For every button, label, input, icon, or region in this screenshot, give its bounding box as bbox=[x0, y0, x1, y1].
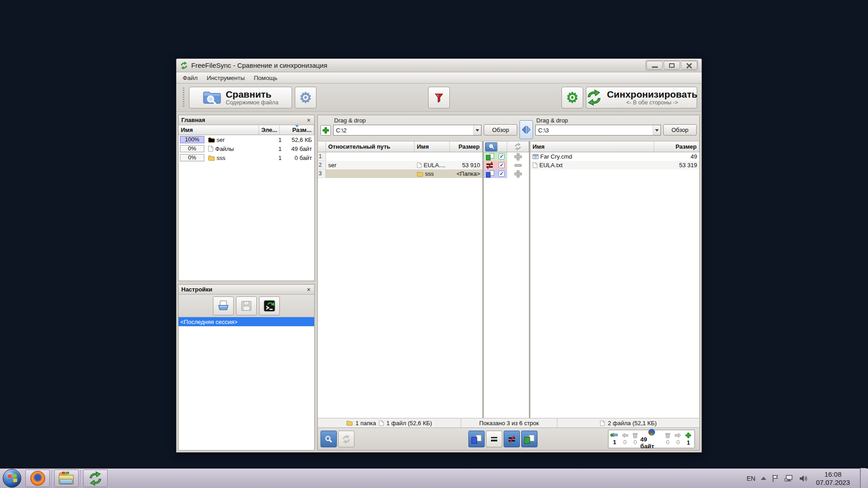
filter-button[interactable] bbox=[428, 87, 450, 108]
menu-help[interactable]: Помощь bbox=[250, 73, 281, 83]
toolbar-gripper[interactable] bbox=[183, 88, 184, 108]
overview-col-items[interactable]: Эле... bbox=[259, 125, 280, 135]
overview-size: 49 байт bbox=[282, 145, 314, 152]
taskbar-freefilesync-button[interactable] bbox=[83, 469, 108, 487]
open-config-button[interactable] bbox=[213, 296, 234, 315]
freefilesync-window: FreeFileSync - Сравнение и синхронизация… bbox=[176, 58, 702, 453]
include-checkbox[interactable]: ✓ bbox=[499, 171, 505, 177]
minimize-button[interactable] bbox=[646, 61, 663, 70]
left-folder-combobox[interactable]: C:\2 bbox=[333, 125, 481, 136]
file-icon bbox=[379, 420, 384, 426]
add-folder-pair-button[interactable] bbox=[321, 125, 331, 136]
action-plus-icon bbox=[515, 171, 521, 177]
language-indicator[interactable]: EN bbox=[746, 475, 755, 482]
left-browse-button[interactable]: Обзор bbox=[484, 124, 517, 136]
overview-row-ser[interactable]: 100% ser 1 52,6 КБ bbox=[179, 135, 314, 144]
overview-size: 0 байт bbox=[282, 155, 314, 161]
show-right-only-toggle[interactable] bbox=[521, 431, 538, 447]
right-combo-dropdown[interactable] bbox=[653, 125, 660, 135]
config-panel-header: Настройки × bbox=[179, 285, 314, 295]
middle-view-settings-button[interactable] bbox=[485, 142, 498, 151]
include-checkbox[interactable]: ✓ bbox=[499, 154, 505, 160]
right-only-icon bbox=[524, 435, 535, 444]
taskbar-firefox-button[interactable] bbox=[25, 469, 50, 487]
col-name[interactable]: Имя bbox=[530, 141, 654, 152]
right-folder-combobox[interactable]: C:\3 bbox=[535, 125, 661, 136]
stat-create-right: 1 bbox=[687, 439, 690, 446]
overview-row-sss[interactable]: 0% sss 1 0 байт bbox=[179, 153, 314, 162]
col-size[interactable]: Размер bbox=[450, 141, 482, 152]
col-name[interactable]: Имя bbox=[415, 141, 450, 152]
main-toolbar: Сравнить Содержимое файла ⚙ ⚙ bbox=[176, 84, 702, 112]
overview-panel: Главная × Имя Эле... Разм... 100% ser 1 … bbox=[178, 115, 315, 281]
save-batch-job-button[interactable] bbox=[259, 296, 280, 315]
swap-sides-button[interactable] bbox=[519, 120, 533, 139]
compare-folder-search-icon bbox=[203, 89, 222, 106]
show-left-only-toggle[interactable] bbox=[468, 431, 485, 447]
synchronize-button[interactable]: Синхронизировать <- В обе стороны -> bbox=[586, 87, 697, 108]
right-file-row-1[interactable]: Far Cry.cmd 49 bbox=[530, 152, 699, 161]
close-button[interactable] bbox=[681, 61, 697, 70]
compare-settings-button[interactable]: ⚙ bbox=[295, 87, 316, 108]
col-relative-path[interactable]: Относительный путь bbox=[326, 141, 415, 152]
file-row-3[interactable]: 3 sss <Папка> bbox=[318, 169, 482, 178]
taskbar-clock[interactable]: 16:08 07.07.2023 bbox=[813, 470, 853, 487]
right-file-row-2[interactable]: EULA.txt 53 319 bbox=[530, 161, 699, 169]
right-dragdrop-hint: Drag & drop bbox=[535, 117, 661, 124]
file-row-2[interactable]: 2 ser EULA.... 53 910 bbox=[318, 161, 482, 169]
compare-preview-toggle[interactable] bbox=[321, 431, 337, 447]
overview-grid-header: Имя Эле... Разм... bbox=[179, 125, 314, 135]
taskbar-explorer-button[interactable] bbox=[54, 469, 79, 487]
file-row-1[interactable]: 1 bbox=[318, 152, 482, 161]
col-size[interactable]: Размер bbox=[654, 141, 699, 152]
firefox-icon bbox=[30, 471, 45, 486]
overview-row-files[interactable]: 0% Файлы 1 49 байт bbox=[179, 144, 314, 153]
status-files-left: 1 файл (52,6 КБ) bbox=[387, 420, 432, 427]
show-equal-toggle[interactable] bbox=[486, 431, 502, 447]
open-icon bbox=[217, 300, 230, 312]
last-session-item[interactable]: <Последняя сессия> bbox=[179, 317, 314, 326]
explorer-folder-icon bbox=[58, 472, 75, 485]
action-minus-icon bbox=[515, 164, 521, 166]
create-right-icon bbox=[685, 432, 692, 439]
compare-button[interactable]: Сравнить Содержимое файла bbox=[189, 87, 292, 108]
network-icon[interactable] bbox=[784, 474, 793, 483]
show-desktop-button[interactable] bbox=[860, 468, 866, 488]
windows-flag-icon bbox=[8, 474, 12, 479]
menu-tools[interactable]: Инструменты bbox=[203, 73, 248, 83]
start-button[interactable] bbox=[3, 469, 21, 488]
save-config-button[interactable] bbox=[236, 296, 257, 315]
titlebar[interactable]: FreeFileSync - Сравнение и синхронизация bbox=[176, 59, 702, 72]
right-browse-button[interactable]: Обзор bbox=[663, 124, 697, 136]
overview-count: 1 bbox=[264, 136, 282, 143]
delete-right-icon bbox=[665, 432, 671, 438]
volume-icon[interactable] bbox=[799, 474, 808, 483]
overview-size: 52,6 КБ bbox=[282, 136, 314, 143]
tray-date: 07.07.2023 bbox=[816, 479, 850, 487]
include-checkbox[interactable]: ✓ bbox=[499, 162, 505, 168]
maximize-button[interactable] bbox=[664, 61, 680, 70]
freefilesync-icon bbox=[88, 471, 103, 486]
show-hidden-icons-button[interactable] bbox=[761, 477, 766, 480]
overview-col-size[interactable]: Разм... bbox=[280, 125, 314, 135]
data-volume-icon bbox=[648, 429, 655, 436]
folder-pair-row: Drag & drop C:\2 Обзор bbox=[318, 115, 699, 141]
compare-settings-gear-icon: ⚙ bbox=[299, 90, 312, 104]
action-center-flag-icon[interactable] bbox=[772, 474, 779, 483]
overview-close-icon[interactable]: × bbox=[306, 117, 311, 124]
overview-col-name[interactable]: Имя bbox=[179, 125, 259, 135]
left-grid-header: Относительный путь Имя Размер bbox=[318, 141, 482, 152]
show-different-toggle[interactable] bbox=[504, 431, 520, 447]
config-close-icon[interactable]: × bbox=[306, 286, 311, 293]
sync-preview-toggle[interactable] bbox=[338, 431, 354, 447]
file-icon bbox=[417, 162, 422, 168]
sync-settings-button[interactable]: ⚙ bbox=[561, 87, 583, 108]
stat-create-left: 1 bbox=[613, 439, 617, 446]
filter-funnel-icon bbox=[433, 92, 445, 103]
tray-time: 16:08 bbox=[816, 470, 850, 479]
left-combo-dropdown[interactable] bbox=[473, 125, 481, 135]
maximize-icon bbox=[669, 63, 675, 68]
menu-file[interactable]: Файл bbox=[179, 73, 201, 83]
not-equal-icon bbox=[508, 436, 515, 442]
stat-delete-left: 0 bbox=[633, 439, 637, 446]
